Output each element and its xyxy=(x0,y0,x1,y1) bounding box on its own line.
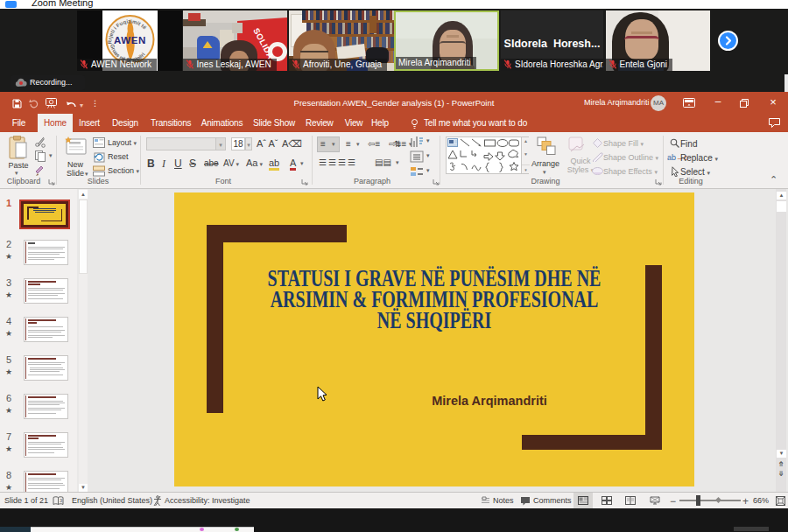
svg-text:3: 3 xyxy=(60,498,62,503)
svg-text:AWEN: AWEN xyxy=(114,35,146,46)
